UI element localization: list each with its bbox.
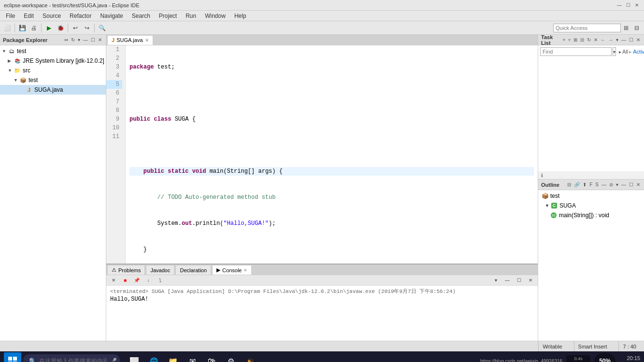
code-line-6: // TODO Auto-generated method stub xyxy=(129,193,534,202)
outline-static-icon[interactable]: S xyxy=(594,181,600,188)
pe-sync-icon[interactable]: ↻ xyxy=(70,37,76,43)
tree-item-jre[interactable]: ▶ 📚 JRE System Library [jdk-12.0.2] xyxy=(0,56,106,66)
new-button[interactable]: ⬜ xyxy=(2,23,13,33)
console-pin-button[interactable]: 📌 xyxy=(131,275,142,286)
tl-prev-icon[interactable]: ← xyxy=(600,37,606,43)
tl-collapse-icon[interactable]: ⊟ xyxy=(579,37,585,43)
close-button[interactable]: ✕ xyxy=(633,2,640,9)
console-minimize-button[interactable]: — xyxy=(502,275,513,286)
menu-edit[interactable]: Edit xyxy=(20,12,38,20)
package-label: test xyxy=(29,77,38,84)
maximize-button[interactable]: ☐ xyxy=(625,2,631,9)
tree-item-package-test[interactable]: ▼ 📦 test xyxy=(0,75,106,85)
console-clear-button[interactable]: ✕ xyxy=(108,275,119,286)
tl-minimize-icon[interactable]: — xyxy=(620,37,627,43)
save-button[interactable]: 💾 xyxy=(17,23,28,33)
console-wrap-button[interactable]: ⤵ xyxy=(155,275,165,286)
outline-item-test[interactable]: 📦 test xyxy=(538,191,644,201)
outline-close-icon[interactable]: ✕ xyxy=(635,181,641,188)
outline-minimize-icon[interactable]: — xyxy=(620,181,627,188)
undo-button[interactable]: ↩ xyxy=(70,23,81,33)
view-button[interactable]: ⊟ xyxy=(631,23,642,33)
quick-access-input[interactable] xyxy=(553,24,621,32)
search-button[interactable]: 🔍 xyxy=(97,23,107,33)
code-area[interactable]: package test; public class SUGA { public… xyxy=(126,45,538,264)
tl-close-icon[interactable]: ✕ xyxy=(635,37,641,43)
status-writable: Writable xyxy=(538,341,566,351)
windows-start-button[interactable] xyxy=(4,352,21,362)
outline-menu-icon[interactable]: ▾ xyxy=(615,181,619,188)
tl-menu-icon[interactable]: ▾ xyxy=(615,37,619,43)
editor-tab-suga[interactable]: J SUGA.java ✕ xyxy=(107,35,153,45)
menu-project[interactable]: Project xyxy=(155,12,181,20)
pe-minimize-icon[interactable]: — xyxy=(82,37,89,43)
taskbar-search-bar[interactable]: 🔍 🎤 xyxy=(23,354,120,362)
menu-refactor[interactable]: Refactor xyxy=(66,12,95,20)
menu-run[interactable]: Run xyxy=(182,12,200,20)
print-button[interactable]: 🖨 xyxy=(29,23,39,33)
debug-button[interactable]: 🐞 xyxy=(55,23,66,33)
menu-help[interactable]: Help xyxy=(230,12,250,20)
outline-hide-icon[interactable]: — xyxy=(601,181,607,188)
outline-nonpub-icon[interactable]: ⊘ xyxy=(608,181,614,188)
tree-item-project-test[interactable]: ▼ 🗂 test xyxy=(0,46,106,56)
menu-window[interactable]: Window xyxy=(201,12,229,20)
console-close-icon[interactable]: ✕ xyxy=(243,268,247,273)
outline-collapse-icon[interactable]: ⊟ xyxy=(566,181,572,188)
tab-close-icon[interactable]: ✕ xyxy=(145,38,149,43)
console-close-button[interactable]: ✕ xyxy=(525,275,536,286)
tab-declaration[interactable]: Declaration xyxy=(175,265,211,275)
tl-refresh-icon[interactable]: ↻ xyxy=(586,37,592,43)
tab-javadoc[interactable]: Javadoc xyxy=(146,265,174,275)
tl-filter-icon[interactable]: ▿ xyxy=(567,37,572,43)
outline-item-main[interactable]: m main(String[]) : void xyxy=(538,210,644,220)
tl-group-icon[interactable]: ⊞ xyxy=(572,37,578,43)
pe-close-icon[interactable]: ✕ xyxy=(97,37,103,43)
menu-source[interactable]: Source xyxy=(39,12,65,20)
tl-maximize-icon[interactable]: ☐ xyxy=(628,37,634,43)
tl-new-icon[interactable]: + xyxy=(561,37,566,43)
run-button[interactable]: ▶ xyxy=(43,23,54,33)
task-list-activate-link[interactable]: Activate... xyxy=(633,49,644,55)
pe-collapse-icon[interactable]: ⇔ xyxy=(63,37,69,43)
console-maximize-button[interactable]: ☐ xyxy=(514,275,524,286)
console-menu-button[interactable]: ▾ xyxy=(490,275,501,286)
pe-menu-icon[interactable]: ▾ xyxy=(77,37,81,43)
tree-item-src[interactable]: ▼ 📁 src xyxy=(0,66,106,75)
console-icon: ▶ xyxy=(216,267,220,273)
minimize-button[interactable]: — xyxy=(616,2,623,9)
tl-delete-icon[interactable]: ✕ xyxy=(593,37,599,43)
tab-console[interactable]: ▶ Console ✕ xyxy=(212,265,252,275)
cpu-widget: 0.4s 0s xyxy=(566,355,590,362)
menu-navigate[interactable]: Navigate xyxy=(96,12,127,20)
taskbar-item-cortana[interactable]: ⬜ xyxy=(126,352,143,362)
outline-main-label: main(String[]) : void xyxy=(559,212,609,219)
outline-maximize-icon[interactable]: ☐ xyxy=(628,181,634,188)
taskbar-item-edge[interactable]: 🌐 xyxy=(145,352,162,362)
taskbar-item-settings[interactable]: ⚙ xyxy=(222,352,240,362)
pe-maximize-icon[interactable]: ☐ xyxy=(90,37,96,43)
tl-next-icon[interactable]: → xyxy=(607,37,614,43)
taskbar-item-mail[interactable]: ✉ xyxy=(184,352,201,362)
src-icon: 📁 xyxy=(14,67,21,74)
taskbar-search-input[interactable] xyxy=(39,358,107,362)
outline-fields-icon[interactable]: F xyxy=(588,181,593,188)
task-list-filter-button[interactable]: ▸ xyxy=(618,49,622,55)
taskbar-item-store[interactable]: 🛍 xyxy=(203,352,220,362)
redo-button[interactable]: ↪ xyxy=(82,23,92,33)
menu-search[interactable]: Search xyxy=(128,12,154,20)
taskbar-item-file-explorer[interactable]: 📁 xyxy=(164,352,182,362)
outline-item-suga[interactable]: ▼ C SUGA xyxy=(538,201,644,210)
tab-problems[interactable]: ⚠ Problems xyxy=(107,265,145,275)
editor-tabs: J SUGA.java ✕ xyxy=(106,35,538,45)
outline-sort-icon[interactable]: ⬆ xyxy=(582,181,587,188)
task-list-search-input[interactable] xyxy=(540,47,612,56)
taskbar-item-eclipse[interactable]: ☯ xyxy=(242,352,259,362)
menu-file[interactable]: File xyxy=(2,12,19,20)
tree-item-suga-java[interactable]: J SUGA.java xyxy=(0,85,106,95)
task-list-search-button[interactable]: ▾ xyxy=(613,47,616,56)
console-stop-button[interactable]: ■ xyxy=(120,275,130,286)
perspective-button[interactable]: ⊞ xyxy=(621,23,631,33)
outline-link-icon[interactable]: 🔗 xyxy=(573,181,581,188)
console-scroll-button[interactable]: ↓ xyxy=(143,275,154,286)
